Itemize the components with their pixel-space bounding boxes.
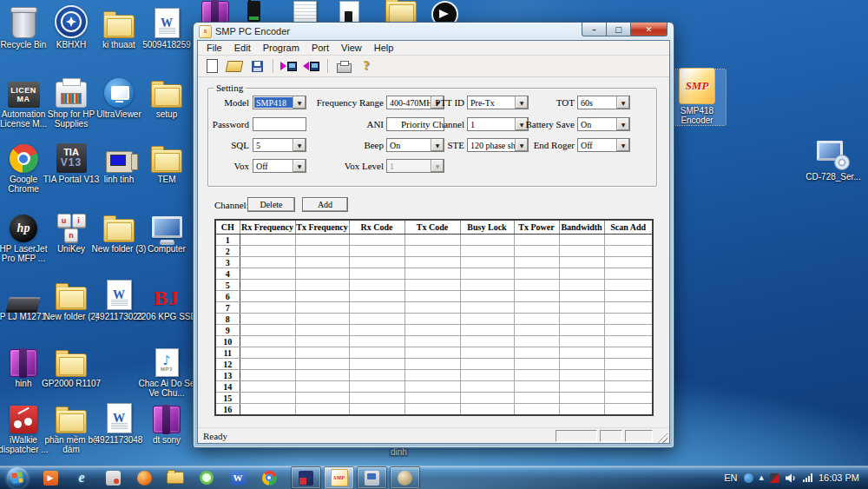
channel-cell[interactable] xyxy=(460,280,514,291)
channel-cell[interactable] xyxy=(295,235,349,246)
channel-cell[interactable] xyxy=(404,257,460,268)
menu-edit[interactable]: Edit xyxy=(228,42,257,54)
channel-cell[interactable] xyxy=(460,235,514,246)
channel-cell[interactable] xyxy=(604,314,653,325)
channel-cell[interactable] xyxy=(460,381,514,393)
firefox-icon[interactable] xyxy=(134,467,155,488)
desktop-icon-dt-sony[interactable]: dt sony xyxy=(136,399,197,445)
desktop-icon-smp418-encoder[interactable]: SMP SMP418 Encoder xyxy=(668,69,726,125)
dropdown-arrow-icon[interactable]: ▼ xyxy=(616,139,629,151)
menu-file[interactable]: File xyxy=(201,42,228,54)
channel-number[interactable]: 2 xyxy=(215,246,240,257)
channel-cell[interactable] xyxy=(240,235,295,246)
channel-cell[interactable] xyxy=(240,359,295,370)
channel-row[interactable]: 3 xyxy=(215,257,653,268)
channel-cell[interactable] xyxy=(604,325,653,336)
channel-row[interactable]: 11 xyxy=(215,347,653,359)
channel-number[interactable]: 10 xyxy=(215,336,240,347)
channel-cell[interactable] xyxy=(349,291,404,302)
channel-cell[interactable] xyxy=(514,314,559,325)
channel-cell[interactable] xyxy=(460,302,514,314)
desktop-icon-setup[interactable]: setup xyxy=(136,73,197,119)
channel-number[interactable]: 12 xyxy=(215,359,240,370)
channel-cell[interactable] xyxy=(514,268,559,280)
channel-cell[interactable] xyxy=(460,393,514,404)
channel-cell[interactable] xyxy=(404,336,460,347)
channel-cell[interactable] xyxy=(460,359,514,370)
channel-number[interactable]: 13 xyxy=(215,370,240,381)
channel-cell[interactable] xyxy=(559,235,604,246)
language-indicator[interactable]: EN xyxy=(724,472,737,483)
menu-view[interactable]: View xyxy=(335,42,368,54)
channel-cell[interactable] xyxy=(240,314,295,325)
channel-cell[interactable] xyxy=(604,393,653,404)
channel-cell[interactable] xyxy=(559,291,604,302)
channel-row[interactable]: 4 xyxy=(215,268,653,280)
channel-cell[interactable] xyxy=(559,325,604,336)
channel-row[interactable]: 14 xyxy=(215,381,653,393)
channel-cell[interactable] xyxy=(559,268,604,280)
channel-row[interactable]: 7 xyxy=(215,302,653,314)
channel-cell[interactable] xyxy=(460,291,514,302)
channel-cell[interactable] xyxy=(514,381,559,393)
chrome-icon[interactable] xyxy=(259,467,279,488)
channel-cell[interactable] xyxy=(604,235,653,246)
word-icon[interactable]: W xyxy=(227,467,248,488)
channel-cell[interactable] xyxy=(514,404,559,416)
channel-number[interactable]: 6 xyxy=(215,291,240,302)
channel-cell[interactable] xyxy=(604,280,653,291)
channel-cell[interactable] xyxy=(349,314,404,325)
channel-cell[interactable] xyxy=(604,336,653,347)
channel-row[interactable]: 13 xyxy=(215,370,653,381)
channel-cell[interactable] xyxy=(240,280,295,291)
media-player-icon[interactable]: ▶ xyxy=(40,467,61,488)
channel-row[interactable]: 9 xyxy=(215,325,653,336)
channel-cell[interactable] xyxy=(460,314,514,325)
channel-cell[interactable] xyxy=(404,280,460,291)
channel-cell[interactable] xyxy=(514,302,559,314)
channel-row[interactable]: 2 xyxy=(215,246,653,257)
channel-cell[interactable] xyxy=(559,404,604,416)
channel-cell[interactable] xyxy=(559,347,604,359)
channel-cell[interactable] xyxy=(604,347,653,359)
channel-cell[interactable] xyxy=(349,280,404,291)
channel-row[interactable]: 12 xyxy=(215,359,653,370)
menu-port[interactable]: Port xyxy=(306,42,335,54)
channel-cell[interactable] xyxy=(404,393,460,404)
channel-cell[interactable] xyxy=(240,325,295,336)
add-channel-button[interactable]: Add xyxy=(302,197,348,212)
channel-cell[interactable] xyxy=(349,268,404,280)
smp-encoder-taskbar-button[interactable]: SMP xyxy=(324,466,354,489)
channel-cell[interactable] xyxy=(460,325,514,336)
channel-number[interactable]: 15 xyxy=(215,393,240,404)
channel-cell[interactable] xyxy=(559,393,604,404)
channel-cell[interactable] xyxy=(404,302,460,314)
channel-cell[interactable] xyxy=(295,291,349,302)
start-button[interactable] xyxy=(7,467,28,488)
channel-cell[interactable] xyxy=(404,359,460,370)
channel-cell[interactable] xyxy=(514,393,559,404)
antivirus-icon[interactable] xyxy=(196,467,217,488)
battery-save-dropdown[interactable]: On▼ xyxy=(577,117,630,131)
help-icon[interactable]: ? xyxy=(356,56,377,76)
delete-channel-button[interactable]: Delete xyxy=(247,197,295,212)
channel-cell[interactable] xyxy=(604,370,653,381)
channel-cell[interactable] xyxy=(460,336,514,347)
installer-taskbar-button[interactable] xyxy=(357,466,387,489)
channel-cell[interactable] xyxy=(559,314,604,325)
clock[interactable]: 16:03 PM xyxy=(819,472,859,483)
channel-cell[interactable] xyxy=(514,291,559,302)
desktop-icon-tem[interactable]: TEM xyxy=(136,138,197,184)
channel-cell[interactable] xyxy=(349,404,404,416)
channel-cell[interactable] xyxy=(404,291,460,302)
remote-app-icon[interactable] xyxy=(102,467,123,488)
channel-cell[interactable] xyxy=(349,246,404,257)
channel-cell[interactable] xyxy=(240,268,295,280)
channel-cell[interactable] xyxy=(460,404,514,416)
channel-cell[interactable] xyxy=(349,325,404,336)
channel-row[interactable]: 10 xyxy=(215,336,653,347)
channel-cell[interactable] xyxy=(404,235,460,246)
channel-cell[interactable] xyxy=(514,347,559,359)
desktop-icon-chac-ai-do-se-ve-chu[interactable]: ♪MP3Chac Ai Do Se Ve Chu... xyxy=(136,342,197,398)
channel-cell[interactable] xyxy=(404,404,460,416)
